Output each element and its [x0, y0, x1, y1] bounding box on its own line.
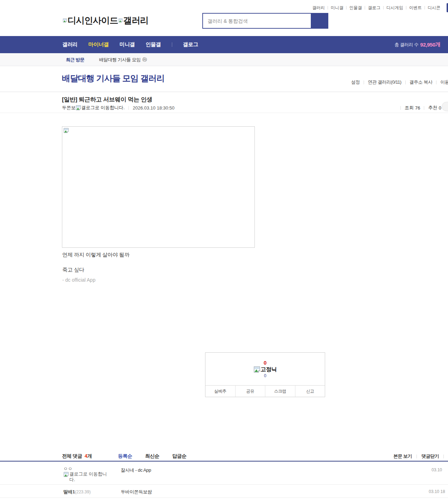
- close-comments-button[interactable]: 댓글닫기: [421, 453, 439, 459]
- comment-text: 두바이쫀득보쌈: [121, 489, 152, 495]
- post-body-line: 언제 까지 이렇게 살아야 될까: [62, 252, 130, 258]
- topbar-link-event[interactable]: 이벤트: [406, 5, 425, 11]
- topbar-link-gallery[interactable]: 갤러리: [309, 5, 328, 11]
- comment-date: 03.10: [432, 467, 442, 472]
- broken-image-icon: [63, 18, 67, 23]
- comments-header-right: 본문 보기 댓글닫기: [393, 453, 444, 459]
- upvote-count: 0: [264, 360, 266, 366]
- tab-sort-registered[interactable]: 등록순: [118, 453, 132, 459]
- fixed-nick-alt-text: 고정닉: [260, 366, 277, 373]
- total-gallery-unit: 개: [435, 41, 441, 48]
- topbar-link-dcgame[interactable]: 디시게임: [384, 5, 406, 11]
- topbar-link-minigall[interactable]: 미니갤: [328, 5, 346, 11]
- post-meta: 두쫀보 갤로그로 이동합니다. 2026.03.10 18:30:50: [62, 105, 175, 111]
- divider: [172, 42, 172, 47]
- comment-author-name: 딸배1: [63, 489, 75, 494]
- post-body-line: 죽고 싶다: [62, 267, 84, 273]
- tab-sort-newest[interactable]: 최신순: [145, 453, 160, 459]
- post-broken-image: [62, 126, 255, 248]
- nav-item-minorgall-active[interactable]: 마이너갤: [89, 41, 109, 48]
- login-button[interactable]: 로그인: [447, 3, 448, 12]
- view-post-button[interactable]: 본문 보기: [393, 453, 412, 459]
- search-input[interactable]: [203, 14, 311, 28]
- nav-item-gallog[interactable]: 갤로그: [183, 41, 198, 48]
- minor-gallery-badge-icon: ⓜ: [142, 57, 147, 62]
- topbar-link-persongall[interactable]: 인물갤: [346, 5, 365, 11]
- silbechu-button[interactable]: 실베추: [205, 386, 235, 397]
- comment-date: 03.10 18: [429, 489, 445, 494]
- broken-image-icon: [76, 105, 81, 111]
- copy-gallery-url-link[interactable]: 갤주소 복사: [406, 79, 436, 85]
- recent-visit-gallery-name: 배달대행 기사들 모임: [99, 57, 141, 62]
- views-count: 76: [415, 105, 420, 111]
- nav-item-gallery[interactable]: 갤러리: [62, 41, 78, 48]
- comments-count: 4: [85, 453, 87, 459]
- total-gallery-label: 총 갤러리 수: [394, 42, 419, 48]
- search-box: [202, 13, 328, 29]
- site-logo[interactable]: 디시인사이드 갤러리: [62, 15, 148, 26]
- upvote-fixed-nick-button[interactable]: 고정닉: [253, 366, 277, 373]
- post-author[interactable]: 두쫀보: [62, 105, 76, 111]
- downvote-count: 0: [264, 373, 266, 379]
- comment-text: 잘사네 - dc App: [121, 467, 151, 473]
- gallery-head-links: 설정 연관 갤러리(0/11) 갤주소 복사 이용: [351, 79, 448, 85]
- post-date: 2026.03.10 18:30:50: [133, 105, 174, 111]
- post-header: [일반] 퇴근하고 서브웨이 먹는 인생 두쫀보 갤로그로 이동합니다. 202…: [0, 92, 448, 113]
- gallery-title[interactable]: 배달대행 기사들 모임 갤러리: [62, 73, 164, 84]
- divider: [128, 106, 129, 110]
- page: 갤러리 미니갤 인물갤 갤로그 디시게임 이벤트 디시콘 로그인 디시인사이드 …: [0, 0, 448, 500]
- broken-image-icon: [63, 472, 69, 477]
- divider: [443, 455, 444, 458]
- tab-sort-replies[interactable]: 답글순: [172, 453, 187, 459]
- recent-visit-label[interactable]: 최근 방문: [66, 57, 84, 63]
- gallog-alt-text: 갤로그로 이동합니다.: [81, 105, 125, 111]
- broken-image-icon: [118, 18, 123, 23]
- comments-header: 전체 댓글 4개 등록순 최신순 답글순 본문 보기 댓글닫기: [0, 452, 448, 462]
- nav-item-minigall[interactable]: 미니갤: [120, 41, 135, 48]
- recommend-vote-area: 0 고정닉 0: [205, 353, 325, 386]
- divider: [400, 106, 401, 110]
- logo-text-dcinside: 디시인사이드: [68, 15, 118, 26]
- comments-total: 전체 댓글 4개: [62, 453, 92, 459]
- recommend-label: 추천: [428, 105, 437, 111]
- report-button[interactable]: 신고: [295, 386, 325, 397]
- comment-row: ㅇㅇ 갤로그로 이동합니다. 잘사네 - dc App 03.10: [0, 462, 448, 485]
- global-nav: 갤러리 마이너갤 미니갤 인물갤 갤로그 총 갤러리 수 92,950 개: [0, 36, 448, 53]
- topbar-link-dccon[interactable]: 디시콘: [425, 5, 443, 11]
- related-galleries-link[interactable]: 연관 갤러리(0/11): [364, 79, 405, 85]
- comments-count-unit: 개: [87, 453, 92, 459]
- comments-total-label: 전체 댓글: [62, 453, 82, 459]
- broken-image-icon: [253, 366, 260, 373]
- divider: [424, 106, 424, 110]
- post-title: [일반] 퇴근하고 서브웨이 먹는 인생: [62, 96, 152, 104]
- divider: [416, 455, 417, 458]
- recommend-count: 0: [439, 105, 441, 111]
- search-button[interactable]: [311, 14, 328, 28]
- recommend-box: 0 고정닉 0 실베추 공유 스크랩 신고: [205, 352, 325, 397]
- broken-image-icon: [63, 128, 69, 133]
- logo-text-gallery: 갤러리: [123, 15, 148, 26]
- comment-author-gallog-link[interactable]: 갤로그로 이동합니다.: [63, 471, 110, 483]
- comment-row: 딸배1(223.39) 두바이쫀득보쌈 03.10 18: [0, 485, 448, 498]
- share-button[interactable]: 공유: [235, 386, 265, 397]
- author-gallog-link[interactable]: 갤로그로 이동합니다.: [76, 105, 125, 111]
- total-gallery-number: 92,950: [420, 42, 435, 48]
- gallery-settings-link[interactable]: 설정: [351, 79, 364, 85]
- recent-visit-bar: 최근 방문 배달대행 기사들 모임 ⓜ: [0, 53, 448, 66]
- usage-guide-link[interactable]: 이용: [436, 79, 448, 85]
- comment-author-ip: (223.39): [75, 490, 91, 494]
- dc-app-signature: - dc official App: [62, 277, 96, 283]
- gallog-alt-text: 갤로그로 이동합니다.: [69, 471, 107, 482]
- scrap-button[interactable]: 스크랩: [265, 386, 295, 397]
- comment-sort-tabs: 등록순 최신순 답글순: [118, 453, 187, 459]
- recommend-buttons-row: 실베추 공유 스크랩 신고: [205, 386, 325, 397]
- global-nav-items: 갤러리 마이너갤 미니갤 인물갤 갤로그: [62, 36, 198, 53]
- recent-visit-gallery-link[interactable]: 배달대행 기사들 모임 ⓜ: [99, 57, 147, 63]
- nav-item-persongall[interactable]: 인물갤: [146, 41, 161, 48]
- post-stats: 조회 76 추천 0: [397, 105, 448, 111]
- comment-author[interactable]: 딸배1(223.39): [63, 489, 91, 495]
- total-gallery-count: 총 갤러리 수 92,950 개: [394, 36, 440, 53]
- top-utility-bar: 갤러리 미니갤 인물갤 갤로그 디시게임 이벤트 디시콘 로그인: [309, 3, 448, 12]
- views-label: 조회: [405, 105, 414, 111]
- topbar-link-gallog[interactable]: 갤로그: [365, 5, 383, 11]
